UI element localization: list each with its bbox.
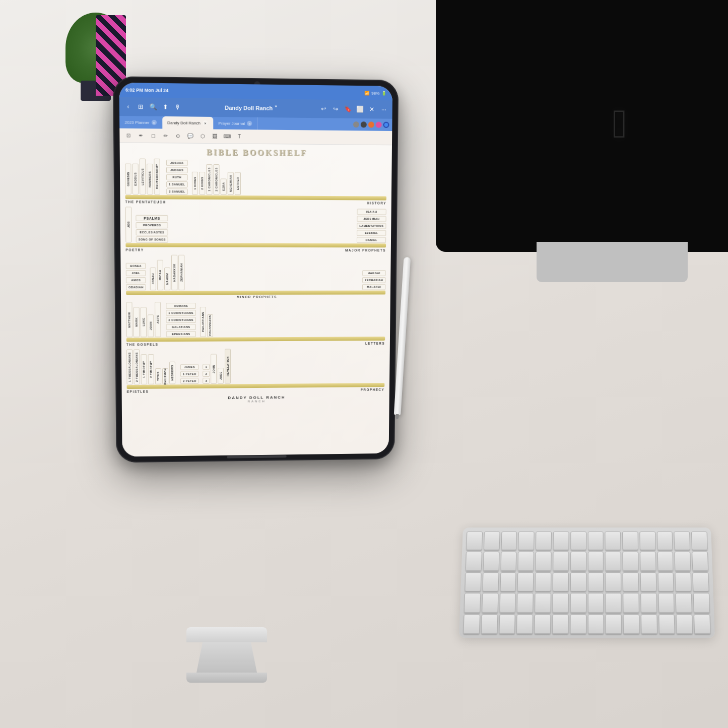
text-tool-icon[interactable]: T	[235, 132, 244, 142]
pen-tool-icon[interactable]: ✒	[136, 131, 146, 141]
keyboard-key[interactable]	[691, 532, 708, 550]
keyboard-key[interactable]	[535, 614, 551, 634]
share-icon[interactable]: ⬆	[161, 102, 170, 112]
keyboard-key[interactable]	[623, 572, 639, 591]
keyboard-key[interactable]	[500, 572, 516, 591]
mic-icon[interactable]: 🎙	[173, 102, 182, 112]
keyboard-key[interactable]	[657, 572, 674, 591]
keyboard-key[interactable]	[466, 552, 482, 571]
keyboard-key[interactable]	[535, 552, 551, 571]
keyboard-key[interactable]	[605, 593, 621, 613]
keyboard-key[interactable]	[518, 532, 535, 550]
image-tool-icon[interactable]: 🖼	[210, 131, 219, 141]
color-dot-orange[interactable]	[368, 121, 374, 127]
keyboard-key[interactable]	[501, 532, 517, 550]
tab-close-prayer[interactable]: ✕	[247, 121, 252, 126]
keyboard-key[interactable]	[484, 532, 500, 550]
keyboard-key[interactable]	[675, 552, 691, 571]
keyboard-key[interactable]	[694, 614, 710, 634]
shape-tool-icon[interactable]: ⬡	[198, 131, 207, 141]
undo-icon[interactable]: ↩	[319, 104, 328, 114]
tab-2023-planner[interactable]: 2023 Planner ✕	[119, 116, 162, 129]
keyboard-key[interactable]	[483, 552, 499, 571]
keyboard-key[interactable]	[606, 614, 622, 634]
keyboard-key[interactable]	[588, 593, 604, 613]
keyboard-key[interactable]	[587, 572, 604, 591]
keyboard-key[interactable]	[587, 532, 603, 550]
keyboard-key[interactable]	[622, 532, 638, 550]
tab-close-dandy[interactable]: ✕	[203, 120, 208, 125]
keyboard-key[interactable]	[482, 572, 499, 591]
keyboard-key[interactable]	[570, 532, 586, 550]
keyboard-key[interactable]	[622, 552, 638, 571]
keyboard-key[interactable]	[464, 593, 481, 613]
eraser-tool-icon[interactable]: ◻	[149, 131, 158, 141]
keyboard-key[interactable]	[463, 614, 480, 634]
keyboard-key[interactable]	[465, 572, 481, 591]
keyboard-key[interactable]	[588, 614, 604, 634]
lasso-tool-icon[interactable]: ⊙	[173, 131, 182, 141]
keyboard-key[interactable]	[693, 572, 709, 591]
bookmark-icon[interactable]: 🔖	[343, 104, 352, 113]
tab-prayer-journal[interactable]: Prayer Journal ✕	[213, 117, 257, 129]
highlighter-tool-icon[interactable]: ✏	[161, 131, 170, 141]
keyboard-key[interactable]	[570, 572, 586, 591]
keyboard-key[interactable]	[605, 532, 621, 550]
keyboard-key[interactable]	[676, 614, 693, 634]
keyboard-key[interactable]	[641, 614, 657, 634]
keyboard-key[interactable]	[693, 593, 710, 613]
keyboard-key[interactable]	[639, 532, 655, 550]
selection-tool-icon[interactable]: ⊡	[124, 130, 134, 140]
dropdown-chevron-icon[interactable]: ˅	[274, 105, 277, 111]
export-icon[interactable]: ⬜	[355, 105, 364, 114]
color-dot-blue[interactable]	[383, 122, 389, 128]
keyboard-key[interactable]	[552, 614, 568, 634]
keyboard-key[interactable]	[674, 532, 690, 550]
keyboard-key[interactable]	[482, 593, 498, 613]
keyboard-key[interactable]	[536, 532, 552, 550]
keyboard-key[interactable]	[516, 614, 533, 634]
keyboard-key[interactable]	[640, 593, 657, 613]
keyboard-key[interactable]	[552, 593, 568, 613]
keyboard-key[interactable]	[658, 614, 675, 634]
color-dot-pink[interactable]	[376, 122, 382, 128]
keyboard-key[interactable]	[587, 552, 604, 571]
keyboard-key[interactable]	[518, 552, 534, 571]
back-icon[interactable]: ‹	[123, 102, 133, 111]
keyboard-key[interactable]	[640, 572, 656, 591]
keyboard-key[interactable]	[570, 552, 586, 571]
tab-dandy-doll-ranch[interactable]: Dandy Doll Ranch ✕	[162, 116, 214, 129]
keyboard-key[interactable]	[500, 552, 516, 571]
keyboard-key[interactable]	[657, 552, 673, 571]
keyboard-key[interactable]	[640, 552, 656, 571]
keyboard-key[interactable]	[517, 593, 534, 613]
keyboard-key[interactable]	[517, 572, 534, 591]
keyboard-key[interactable]	[623, 593, 639, 613]
keyboard-key[interactable]	[535, 593, 551, 613]
tab-close-planner[interactable]: ✕	[151, 120, 156, 125]
keyboard-tool-icon[interactable]: ⌨	[223, 131, 232, 141]
keyboard-key[interactable]	[553, 572, 569, 591]
keyboard-key[interactable]	[499, 593, 516, 613]
keyboard-key[interactable]	[466, 532, 483, 550]
keyboard-key[interactable]	[657, 532, 673, 550]
keyboard-key[interactable]	[553, 532, 569, 550]
keyboard-key[interactable]	[605, 572, 621, 591]
keyboard-key[interactable]	[676, 593, 692, 613]
keyboard-key[interactable]	[658, 593, 675, 613]
keyboard-key[interactable]	[692, 552, 708, 571]
keyboard-key[interactable]	[675, 572, 692, 591]
color-dot-gray[interactable]	[353, 121, 359, 127]
more-icon[interactable]: ···	[379, 105, 388, 114]
color-dot-dark[interactable]	[361, 121, 367, 127]
redo-icon[interactable]: ↪	[331, 104, 340, 114]
keyboard-key[interactable]	[553, 552, 569, 571]
grid-icon[interactable]: ⊞	[136, 102, 146, 112]
close-icon[interactable]: ✕	[367, 105, 376, 114]
keyboard-key[interactable]	[481, 614, 498, 634]
keyboard-key[interactable]	[623, 614, 640, 634]
keyboard-key[interactable]	[570, 614, 586, 634]
keyboard-key[interactable]	[605, 552, 621, 571]
keyboard-key[interactable]	[499, 614, 515, 634]
keyboard-key[interactable]	[570, 593, 586, 613]
